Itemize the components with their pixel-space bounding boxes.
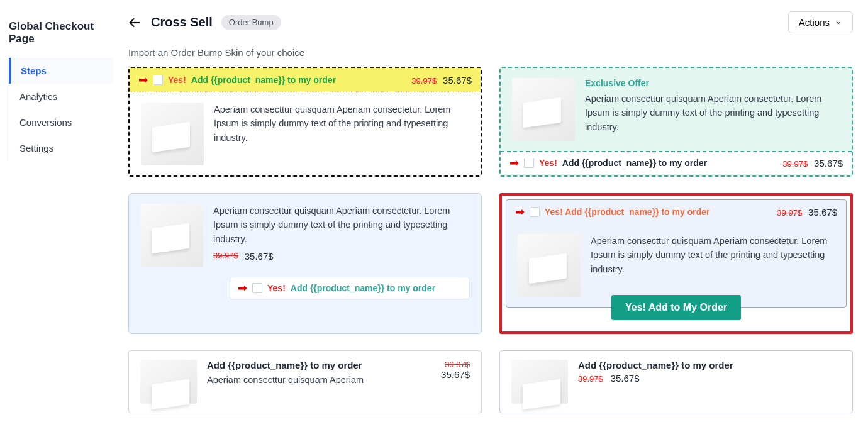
- yes-text: Yes!: [539, 158, 557, 168]
- back-arrow-icon[interactable]: [128, 16, 142, 30]
- sidebar-item-steps[interactable]: Steps: [9, 58, 113, 84]
- add-text: Yes! Add {{product_name}} to my order: [545, 207, 709, 217]
- chevron-down-icon: [835, 19, 842, 26]
- actions-label: Actions: [799, 17, 830, 28]
- skin-card-5[interactable]: Add {{product_name}} to my order Aperiam…: [128, 350, 482, 413]
- price-old: 39.97$: [578, 374, 603, 384]
- product-image: [518, 234, 581, 297]
- checkbox[interactable]: [524, 158, 534, 168]
- price-new: 35.67$: [814, 158, 843, 169]
- skin-card-4-selected[interactable]: ➡ Yes! Add {{product_name}} to my order …: [499, 193, 853, 334]
- add-text: Add {{product_name}} to my order: [562, 158, 707, 168]
- subheading: Import an Order Bump Skin of your choice: [128, 47, 853, 58]
- arrow-right-icon: ➡: [138, 74, 148, 86]
- product-image: [512, 78, 575, 141]
- product-image: [511, 360, 568, 404]
- product-desc: Aperiam consecttur quisquam Aperiam: [207, 373, 431, 387]
- add-to-order-button[interactable]: Yes! Add to My Order: [611, 295, 741, 320]
- sidebar-item-analytics[interactable]: Analytics: [9, 84, 113, 109]
- sidebar-item-settings[interactable]: Settings: [9, 135, 113, 161]
- price-old: 39.97$: [411, 76, 437, 86]
- product-desc: Aperiam consecttur quisquam Aperiam cons…: [585, 92, 840, 134]
- yes-text: Yes!: [267, 283, 286, 293]
- skin-card-2[interactable]: Exclusive Offer Aperiam consecttur quisq…: [499, 67, 853, 177]
- exclusive-offer-label: Exclusive Offer: [585, 78, 840, 88]
- price-new: 35.67$: [245, 251, 274, 262]
- price-old: 39.97$: [782, 159, 808, 169]
- price-old: 39.97$: [441, 360, 470, 369]
- sidebar-item-conversions[interactable]: Conversions: [9, 109, 113, 135]
- add-text: Add {{product_name}} to my order: [291, 283, 435, 293]
- product-image: [140, 204, 203, 267]
- card-title: Add {{product_name}} to my order: [207, 360, 431, 370]
- price-new: 35.67$: [443, 75, 472, 86]
- price-old: 39.97$: [777, 208, 802, 218]
- checkbox[interactable]: [153, 75, 163, 85]
- add-text: Add {{product_name}} to my order: [191, 75, 336, 85]
- skin-card-1[interactable]: ➡ Yes! Add {{product_name}} to my order …: [128, 67, 482, 177]
- product-desc: Aperiam consecttur quisquam Aperiam cons…: [214, 103, 469, 145]
- price-new: 35.67$: [441, 369, 470, 380]
- product-desc: Aperiam consecttur quisquam Aperiam cons…: [591, 234, 835, 276]
- sidebar-title: Global Checkout Page: [9, 20, 113, 58]
- skin-card-6[interactable]: Add {{product_name}} to my order 39.97$ …: [499, 350, 853, 413]
- product-image: [140, 360, 197, 404]
- arrow-right-icon: ➡: [515, 206, 525, 218]
- product-desc: Aperiam consecttur quisquam Aperiam cons…: [213, 204, 470, 246]
- header-badge: Order Bump: [221, 15, 281, 30]
- page-title: Cross Sell: [151, 15, 213, 30]
- price-old: 39.97$: [213, 251, 238, 262]
- arrow-right-icon: ➡: [238, 282, 247, 294]
- yes-text: Yes!: [168, 75, 186, 85]
- arrow-right-icon: ➡: [509, 157, 519, 169]
- price-new: 35.67$: [808, 207, 837, 218]
- product-image: [141, 103, 204, 165]
- checkbox[interactable]: [252, 283, 262, 293]
- price-new: 35.67$: [611, 373, 640, 384]
- card-title: Add {{product_name}} to my order: [578, 360, 841, 370]
- skin-card-3[interactable]: Aperiam consecttur quisquam Aperiam cons…: [128, 193, 482, 334]
- checkbox[interactable]: [530, 207, 540, 217]
- actions-dropdown[interactable]: Actions: [788, 11, 853, 33]
